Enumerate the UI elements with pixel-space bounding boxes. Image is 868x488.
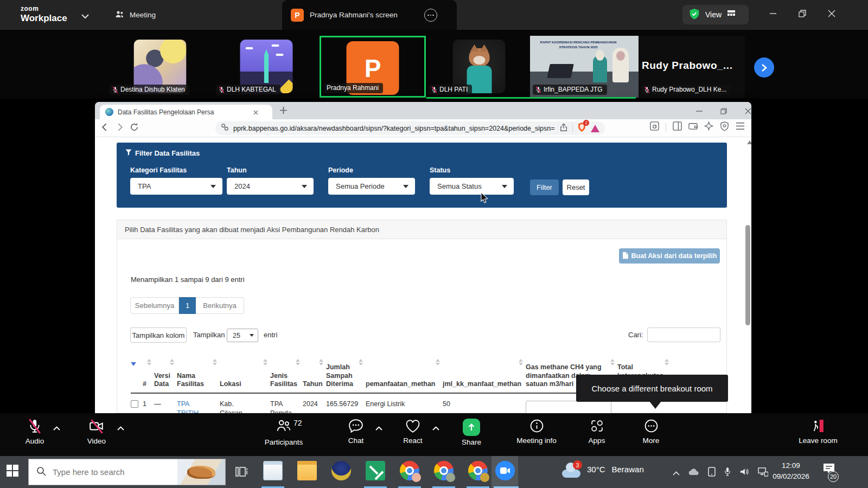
scrollbar-up-arrow[interactable]	[747, 140, 751, 144]
reset-button[interactable]: Reset	[563, 179, 589, 195]
minimize-button[interactable]	[769, 10, 777, 20]
notepad-icon[interactable]	[263, 461, 283, 480]
col-versi-data[interactable]: Versi Data	[154, 352, 177, 389]
tray-expand-chevron[interactable]	[673, 468, 680, 478]
action-center-button[interactable]: 20	[822, 463, 835, 477]
file-explorer-icon[interactable]	[297, 461, 317, 480]
tahun-select[interactable]: 2024	[227, 178, 314, 195]
table-search-input[interactable]	[647, 328, 720, 342]
pagination-next[interactable]: Berikutnya	[196, 297, 244, 314]
participant-tile[interactable]: Destina Dishub Klaten	[107, 36, 213, 98]
browser-minimize-button[interactable]	[696, 107, 703, 117]
participant-tile-active-speaker[interactable]: P Pradnya Rahmani	[320, 36, 426, 98]
brave-shield-icon[interactable]: 2	[577, 122, 586, 134]
audio-button[interactable]: Audio	[21, 419, 49, 445]
col-nama-fasilitas[interactable]: Nama Fasilitas	[177, 352, 220, 389]
audio-options-chevron[interactable]	[53, 423, 60, 433]
volume-icon[interactable]	[739, 467, 749, 478]
url-bar[interactable]: pprk.bappenas.go.id/aksara/newdashboard/…	[215, 121, 605, 135]
workspace-chevron-down-icon[interactable]	[81, 11, 89, 21]
url-text[interactable]: pprk.bappenas.go.id/aksara/newdashboard/…	[233, 125, 555, 132]
participant-tile-video[interactable]: RAPAT KOORDINASI RENCANA PEMBANGUNAN STR…	[530, 36, 639, 98]
create-action-button[interactable]: Buat Aksi dari data terpilih	[619, 248, 720, 264]
site-info-icon[interactable]	[221, 123, 229, 133]
col-lokasi[interactable]: Lokasi	[220, 352, 270, 389]
leo-ai-sparkle-icon[interactable]	[704, 121, 713, 133]
menu-icon[interactable]	[736, 122, 745, 132]
col-tahun[interactable]: Tahun	[303, 352, 326, 389]
reload-icon[interactable]	[130, 123, 139, 134]
forward-icon[interactable]	[115, 123, 124, 134]
filter-button[interactable]: Filter	[530, 179, 559, 195]
apps-button[interactable]: Apps	[583, 419, 611, 445]
browser-close-button[interactable]	[745, 107, 751, 117]
meeting-info-button[interactable]: Meeting info	[512, 419, 561, 445]
pagination-prev[interactable]: Sebelumnya	[130, 297, 179, 314]
leave-room-button[interactable]: Leave room	[795, 419, 841, 445]
tab-close-icon[interactable]	[253, 107, 258, 117]
kategori-select[interactable]: TPA	[130, 178, 222, 195]
participant-tile[interactable]: DLH PATI	[426, 36, 532, 98]
col-jumlah-sampah[interactable]: Jumlah Sampah Diterima	[326, 352, 366, 389]
chat-button[interactable]: Chat	[341, 419, 371, 445]
browser-tab[interactable]: Data Fasilitas Pengelolaan Persa	[100, 105, 272, 119]
dishub-globe-icon[interactable]	[331, 461, 351, 480]
onedrive-icon[interactable]	[688, 468, 699, 478]
search-highlight-image[interactable]	[177, 459, 225, 485]
view-button[interactable]: View	[682, 5, 749, 24]
zoom-workplace-logo: zoom Workplace	[21, 5, 67, 24]
participant-tile[interactable]: DLH KABTEGAL	[213, 36, 320, 98]
periode-select[interactable]: Semua Periode	[328, 178, 415, 195]
page-size-select[interactable]: 25	[227, 329, 258, 342]
tab-meeting[interactable]: Meeting	[115, 0, 156, 30]
select-all-caret[interactable]	[131, 352, 143, 389]
search-input[interactable]	[53, 467, 156, 477]
taskbar-search[interactable]	[28, 459, 226, 485]
chrome-profile2-icon[interactable]	[434, 461, 454, 480]
col-jenis-fasilitas[interactable]: Jenis Fasilitas	[270, 352, 303, 389]
back-icon[interactable]	[100, 123, 110, 134]
more-button[interactable]: More	[637, 419, 665, 445]
video-button[interactable]: Video	[82, 419, 111, 445]
share-icon[interactable]	[559, 123, 568, 134]
phone-link-icon[interactable]	[708, 467, 716, 479]
facility-link[interactable]: TPA TRITIH	[177, 400, 201, 413]
weather-widget[interactable]: 3 30°C Berawan	[562, 460, 644, 478]
video-options-chevron[interactable]	[117, 423, 124, 433]
reader-mode-icon[interactable]	[650, 121, 659, 133]
participants-button[interactable]: 72 Participants	[259, 419, 308, 446]
task-view-icon[interactable]	[234, 465, 248, 481]
rewards-shield-icon[interactable]	[720, 121, 729, 133]
start-button[interactable]	[7, 465, 18, 479]
zoom-app-icon[interactable]	[495, 461, 515, 480]
gas-methane-input[interactable]	[526, 401, 611, 413]
col-num[interactable]: #	[143, 352, 154, 389]
chrome-profile1-icon[interactable]	[400, 461, 419, 480]
next-participants-button[interactable]	[754, 57, 774, 78]
taskbar-clock[interactable]: 12:09 09/02/2026	[769, 460, 813, 483]
mic-tray-icon[interactable]	[724, 467, 731, 479]
tab-options-icon[interactable]	[424, 9, 437, 22]
react-options-chevron[interactable]	[432, 423, 439, 433]
react-button[interactable]: React	[398, 419, 428, 445]
new-tab-button[interactable]	[279, 106, 288, 117]
share-button[interactable]: Share	[457, 419, 486, 446]
status-select[interactable]: Semua Status	[430, 178, 514, 195]
restore-button[interactable]	[799, 10, 806, 20]
brave-logo-icon[interactable]	[591, 125, 599, 132]
chrome-profile3-icon[interactable]	[468, 461, 488, 480]
close-button[interactable]	[828, 10, 835, 20]
row-checkbox[interactable]	[131, 400, 138, 408]
participant-tile[interactable]: Rudy Prabowo_... Rudy Prabowo_DLH Ke...	[639, 36, 745, 98]
col-jml-kk-manfaat-methan[interactable]: jml_kk_manfaat_methan	[443, 352, 526, 389]
browser-restore-button[interactable]	[720, 107, 727, 117]
show-columns-button[interactable]: Tampilkan kolom	[130, 328, 187, 343]
excel-icon[interactable]	[366, 461, 385, 480]
sidebar-icon[interactable]	[673, 121, 682, 133]
wallet-icon[interactable]	[688, 121, 698, 133]
scrollbar-thumb[interactable]	[745, 225, 750, 325]
network-display-icon[interactable]	[758, 467, 768, 479]
chat-options-chevron[interactable]	[375, 423, 382, 433]
pagination-current[interactable]: 1	[179, 297, 196, 314]
col-pemanfaatan-methan[interactable]: pemanfaatan_methan	[366, 352, 443, 389]
